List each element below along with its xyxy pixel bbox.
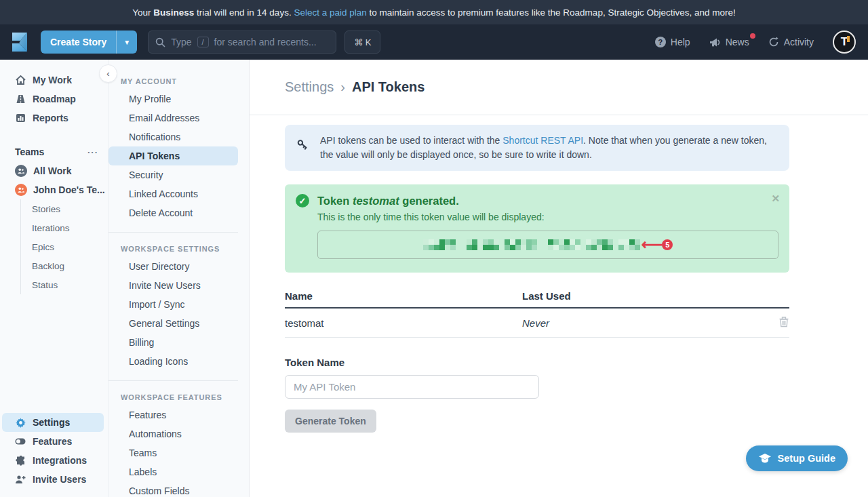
toggle-icon	[15, 438, 26, 445]
main-content: Settings › API Tokens API tokens can be …	[250, 60, 868, 497]
settings-item-billing[interactable]: Billing	[108, 333, 238, 352]
sidebar-item-label: My Work	[33, 75, 72, 85]
teams-section-header: Teams ···	[0, 142, 108, 161]
sidebar-item-stories[interactable]: Stories	[21, 199, 108, 218]
settings-item-email-addresses[interactable]: Email Addresses	[108, 108, 238, 127]
settings-item-import-sync[interactable]: Import / Sync	[108, 295, 238, 314]
settings-item-user-directory[interactable]: User Directory	[108, 257, 238, 276]
token-display-notice: This is the only time this token value w…	[317, 212, 778, 222]
team-label: John Doe's Te...	[33, 184, 105, 195]
trial-text: trial will end in 14 days.	[194, 7, 294, 18]
help-label: Help	[671, 37, 690, 47]
sidebar-item-status[interactable]: Status	[21, 275, 108, 294]
top-navbar: Create Story ▼ Type / for search and rec…	[0, 24, 868, 60]
shortcut-rest-api-link[interactable]: Shortcut REST API	[502, 135, 583, 146]
user-avatar[interactable]: T	[833, 31, 856, 54]
table-header-row: Name Last Used	[285, 283, 789, 308]
activity-button[interactable]: Activity	[768, 37, 814, 47]
road-icon	[15, 94, 26, 104]
news-button[interactable]: News	[709, 37, 749, 47]
token-generated-title: Token testomat generated.	[317, 195, 459, 207]
sidebar-item-invite-users[interactable]: Invite Users	[2, 470, 104, 489]
settings-sidebar: MY ACCOUNT My Profile Email Addresses No…	[108, 60, 250, 497]
settings-item-api-tokens[interactable]: API Tokens	[108, 146, 238, 165]
sidebar-item-iterations[interactable]: Iterations	[21, 218, 108, 237]
divider	[108, 232, 238, 233]
team-item-all-work[interactable]: All Work	[0, 161, 108, 180]
token-name-italic: testomat	[353, 195, 399, 207]
delete-token-trash-icon[interactable]	[778, 316, 789, 327]
trial-banner: Your Business trial will end in 14 days.…	[0, 0, 868, 24]
sidebar-collapse-button[interactable]: ‹	[99, 64, 117, 83]
info-banner-text: API tokens can be used to interact with …	[320, 134, 778, 162]
column-header-last-used: Last Used	[522, 283, 762, 308]
sidebar-item-roadmap[interactable]: Roadmap	[0, 90, 108, 108]
trial-text: Your	[132, 7, 153, 18]
sidebar-item-integrations[interactable]: Integrations	[2, 451, 104, 470]
section-title-workspace-settings: WORKSPACE SETTINGS	[108, 239, 249, 257]
cmd-k-shortcut-badge[interactable]: ⌘ K	[344, 31, 380, 54]
team-avatar	[15, 184, 27, 196]
megaphone-icon	[709, 37, 721, 47]
cmd-k-label: ⌘ K	[354, 37, 371, 47]
token-name-label: Token Name	[285, 357, 789, 368]
settings-item-notifications[interactable]: Notifications	[108, 127, 238, 146]
generate-token-button[interactable]: Generate Token	[285, 410, 376, 433]
settings-item-automations[interactable]: Automations	[108, 424, 238, 443]
settings-item-custom-fields[interactable]: Custom Fields	[108, 481, 238, 497]
primary-sidebar: ‹ My Work Roadmap Reports Teams ···	[0, 60, 108, 497]
settings-item-my-profile[interactable]: My Profile	[108, 90, 238, 108]
teams-menu-button[interactable]: ···	[87, 147, 98, 157]
settings-item-general-settings[interactable]: General Settings	[108, 314, 238, 333]
search-type-label: Type	[171, 37, 191, 47]
close-icon[interactable]: ✕	[771, 193, 780, 205]
team-item-john-does-team[interactable]: John Doe's Te...	[0, 180, 108, 199]
breadcrumb-separator: ›	[340, 79, 345, 95]
settings-item-labels[interactable]: Labels	[108, 462, 238, 481]
sidebar-item-my-work[interactable]: My Work	[0, 71, 108, 90]
sidebar-item-backlog[interactable]: Backlog	[21, 256, 108, 275]
activity-sync-icon	[768, 37, 779, 47]
breadcrumb-settings-link[interactable]: Settings	[285, 79, 334, 95]
search-placeholder: for search and recents...	[214, 37, 317, 47]
help-button[interactable]: ? Help	[655, 37, 690, 47]
team-avatar	[15, 165, 27, 177]
settings-item-security[interactable]: Security	[108, 165, 238, 184]
page-header: Settings › API Tokens	[250, 60, 868, 115]
bar-chart-icon	[15, 113, 26, 123]
token-name-input[interactable]	[285, 375, 539, 399]
shortcut-logo-icon[interactable]	[8, 31, 31, 53]
sidebar-item-reports[interactable]: Reports	[0, 108, 108, 127]
divider	[108, 380, 238, 381]
api-tokens-info-banner: API tokens can be used to interact with …	[285, 125, 789, 171]
slash-key-badge: /	[197, 37, 209, 47]
sidebar-item-features[interactable]: Features	[2, 432, 104, 451]
create-story-button[interactable]: Create Story ▼	[41, 31, 137, 54]
help-icon: ?	[655, 37, 666, 47]
sidebar-item-settings[interactable]: Settings	[2, 413, 104, 432]
token-last-used-cell: Never	[522, 308, 762, 338]
breadcrumb: Settings › API Tokens	[285, 79, 425, 95]
sidebar-bottom-group: Settings Features Integrations Invite Us…	[0, 413, 108, 497]
annotation-arrow-5: ⟵ 5	[642, 239, 673, 250]
settings-item-features[interactable]: Features	[108, 405, 238, 424]
sidebar-item-label: Settings	[33, 417, 70, 428]
activity-label: Activity	[784, 37, 814, 47]
column-header-name: Name	[285, 283, 522, 308]
settings-item-delete-account[interactable]: Delete Account	[108, 203, 238, 222]
trial-plan-name: Business	[153, 7, 194, 18]
settings-item-invite-new-users[interactable]: Invite New Users	[108, 276, 238, 295]
select-paid-plan-link[interactable]: Select a paid plan	[294, 7, 366, 18]
settings-item-linked-accounts[interactable]: Linked Accounts	[108, 184, 238, 203]
search-input[interactable]: Type / for search and recents...	[148, 31, 336, 54]
token-generated-banner: ✕ ✓ Token testomat generated. This is th…	[285, 184, 789, 273]
settings-item-loading-icons[interactable]: Loading Icons	[108, 352, 238, 371]
create-story-caret-icon[interactable]: ▼	[116, 31, 137, 54]
settings-item-teams[interactable]: Teams	[108, 443, 238, 462]
sidebar-item-epics[interactable]: Epics	[21, 237, 108, 256]
chevron-left-icon: ‹	[106, 68, 109, 79]
token-value-box: ⟵ 5	[317, 231, 778, 259]
setup-guide-button[interactable]: Setup Guide	[746, 445, 848, 471]
api-tokens-table: Name Last Used testomat Never	[285, 283, 789, 338]
setup-guide-label: Setup Guide	[778, 453, 835, 464]
